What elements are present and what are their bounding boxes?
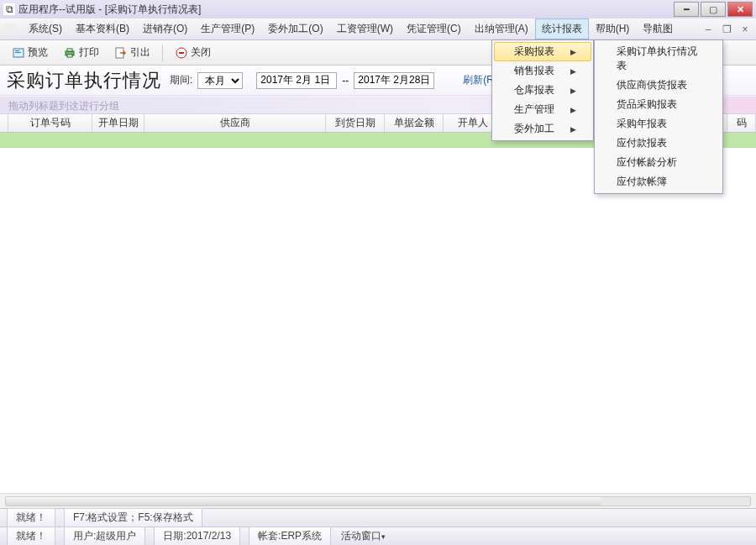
svg-rect-4 [67,49,72,51]
date-sep: -- [342,75,349,86]
purchase-reports-submenu: 采购订单执行情况表 供应商供货报表 货品采购报表 采购年报表 应付款报表 应付帐… [594,39,723,194]
menu-help[interactable]: 帮助(H) [589,18,637,39]
col-code[interactable]: 码 [727,114,756,132]
period-select[interactable]: 本月 [197,72,243,89]
svg-rect-1 [15,50,19,51]
col-order-no[interactable]: 订单号码 [8,114,92,132]
minimize-button[interactable]: ━ [674,2,699,17]
status-user: 用户:超级用户 [64,527,145,545]
window-controls: ━ ▢ ✕ [674,2,753,17]
mdi-minimize-icon[interactable]: – [702,24,714,35]
status-book: 帐套:ERP系统 [249,527,331,545]
print-label: 打印 [79,45,99,60]
app-menu-icon [5,24,17,35]
close-doc-button[interactable]: 关闭 [170,43,216,62]
menu-production[interactable]: 生产管理(P) [194,18,261,39]
report-payable[interactable]: 应付款报表 [596,134,721,153]
toolbar-separator [162,45,163,61]
col-order-date[interactable]: 开单日期 [92,114,144,132]
menu-navmap[interactable]: 导航图 [636,18,680,39]
menu-inventory[interactable]: 进销存(O) [136,18,194,39]
report-goods-purchase[interactable]: 货品采购报表 [596,95,721,114]
col-supplier[interactable]: 供应商 [144,114,326,132]
submenu-outsourcing-reports[interactable]: 委外加工▶ [494,119,591,139]
menu-voucher[interactable]: 凭证管理(C) [400,18,468,39]
window-title: 应用程序--试用版 - [采购订单执行情况表] [18,3,674,17]
close-button[interactable]: ✕ [727,2,753,17]
inner-statusbar: 就绪！ F7:格式设置；F5:保存格式 [0,508,756,527]
menubar: 系统(S) 基本资料(B) 进销存(O) 生产管理(P) 委外加工(O) 工资管… [0,18,756,40]
submenu-production-reports[interactable]: 生产管理▶ [494,100,591,119]
report-payable-ledger[interactable]: 应付款帐簿 [596,172,721,191]
svg-rect-5 [67,55,72,57]
menu-cashier[interactable]: 出纳管理(A) [468,18,535,39]
menu-basic-data[interactable]: 基本资料(B) [69,18,136,39]
print-icon [63,46,76,60]
export-button[interactable]: 引出 [109,43,155,62]
chevron-right-icon: ▶ [570,86,576,95]
chevron-right-icon: ▶ [570,67,576,76]
grid-row-selector-col [0,114,8,132]
date-from-input[interactable] [256,72,337,89]
submenu-purchase-reports[interactable]: 采购报表▶ [494,42,591,61]
preview-button[interactable]: 预览 [7,43,53,62]
submenu-warehouse-reports[interactable]: 仓库报表▶ [494,81,591,100]
report-purchase-yearly[interactable]: 采购年报表 [596,114,721,134]
chevron-right-icon: ▶ [570,125,576,134]
chevron-right-icon: ▶ [570,106,576,114]
chevron-right-icon: ▶ [570,48,576,56]
preview-label: 预览 [28,45,48,60]
scrollbar-thumb[interactable] [6,497,601,506]
outer-statusbar: 就绪！ 用户:超级用户 日期:2017/2/13 帐套:ERP系统 活动窗口▾ [0,527,756,545]
mdi-close-icon[interactable]: × [739,24,751,35]
print-button[interactable]: 打印 [58,43,104,62]
window-titlebar: ⧉ 应用程序--试用版 - [采购订单执行情况表] ━ ▢ ✕ [0,0,756,18]
export-icon [114,46,128,60]
status-date: 日期:2017/2/13 [154,527,240,545]
close-doc-label: 关闭 [191,45,211,60]
app-icon: ⧉ [3,3,15,15]
preview-icon [12,46,25,60]
scrollbar-track[interactable] [5,496,751,506]
reports-submenu: 采购报表▶ 销售报表▶ 仓库报表▶ 生产管理▶ 委外加工▶ [491,39,594,141]
date-to-input[interactable] [354,72,434,89]
report-po-execution[interactable]: 采购订单执行情况表 [596,42,721,76]
export-label: 引出 [130,45,150,60]
status-shortcuts: F7:格式设置；F5:保存格式 [64,508,202,527]
mdi-controls: – ❐ × [702,24,751,35]
col-delivery-date[interactable]: 到货日期 [326,114,385,132]
svg-rect-2 [15,52,21,53]
menu-outsourcing[interactable]: 委外加工(O) [261,18,329,39]
menu-salary[interactable]: 工资管理(W) [330,18,400,39]
report-supplier-delivery[interactable]: 供应商供货报表 [596,76,721,95]
col-amount[interactable]: 单据金额 [385,114,444,132]
report-payable-aging[interactable]: 应付帐龄分析 [596,153,721,172]
maximize-button[interactable]: ▢ [701,2,726,17]
horizontal-scrollbar[interactable] [0,493,756,508]
submenu-sales-reports[interactable]: 销售报表▶ [494,61,591,81]
status-active-window[interactable]: 活动窗口▾ [333,527,394,545]
period-label: 期间: [170,73,192,87]
page-title: 采购订单执行情况 [7,68,161,93]
mdi-restore-icon[interactable]: ❐ [721,24,732,35]
close-doc-icon [175,46,188,60]
menu-system[interactable]: 系统(S) [22,18,69,39]
status-ready-2: 就绪！ [7,527,55,545]
status-ready-1: 就绪！ [7,508,55,527]
menu-reports[interactable]: 统计报表 [535,18,589,39]
